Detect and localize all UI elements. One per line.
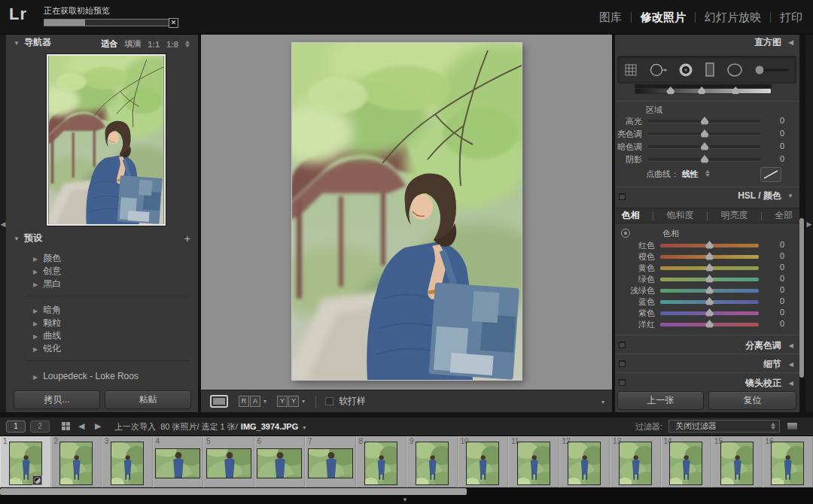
loupe-view-icon[interactable] [210,395,228,408]
frame-thumbnail[interactable] [257,449,301,478]
frame-thumbnail[interactable] [207,449,251,478]
preset-group-curve[interactable]: ▶曲线 [33,329,61,342]
slider-knob[interactable] [705,320,714,328]
radial-filter-tool-icon[interactable] [726,62,744,78]
frame-thumbnail[interactable] [309,449,352,478]
detail-collapsed-icon[interactable]: ◀ [789,361,793,368]
filter-switch-icon[interactable] [787,422,798,430]
shadows-slider[interactable] [648,158,761,161]
frame-thumbnail[interactable] [467,442,498,484]
module-develop[interactable]: 修改照片 [641,11,686,25]
preset-expand-icon[interactable]: ▶ [33,281,38,288]
preset-group-sharpen[interactable]: ▶锐化 [33,342,61,355]
progress-close-icon[interactable]: ✕ [169,18,178,28]
hsl-header[interactable]: HSL / 颜色 ▼ [615,190,799,206]
module-print[interactable]: 打印 [780,11,802,25]
second-monitor-button[interactable]: 2 [30,421,50,433]
filmstrip-scrollbar-thumb[interactable] [0,488,467,495]
navigator-expand-icon[interactable]: ▼ [14,40,20,47]
split-view-dropdown-icon[interactable]: ▾ [302,398,305,405]
filmstrip-frame-11[interactable]: 11 [508,436,559,487]
filmstrip-frame-16[interactable]: 16 [763,436,813,487]
filmstrip-frame-6[interactable]: 6 [254,436,306,487]
split-toning-collapsed-icon[interactable]: ◀ [789,342,793,349]
filmstrip-frame-4[interactable]: 4 [153,436,204,487]
preset-group-vignette[interactable]: ▶暗角 [33,304,61,317]
lens-corrections-panel[interactable]: 镜头校正 ◀ [615,374,799,391]
frame-thumbnail[interactable] [568,442,600,484]
preset-expand-icon[interactable]: ▶ [33,374,38,381]
slider-knob[interactable] [705,241,714,249]
filter-dropdown[interactable]: 关闭过滤器 [668,420,780,433]
edit-point-curve-button[interactable] [760,167,781,182]
hsl-expand-icon[interactable]: ▼ [787,193,793,199]
lights-slider[interactable] [648,132,761,135]
split-view-toggle[interactable]: Y Y ▾ [277,396,305,407]
graduated-filter-tool-icon[interactable] [703,61,717,79]
after-view-icon[interactable]: A [250,396,260,407]
filmstrip-frame-8[interactable]: 8 [356,436,407,487]
presets-add-icon[interactable]: + [184,232,190,244]
slider-knob[interactable] [705,252,714,260]
filmstrip-frame-3[interactable]: 3 [102,436,153,487]
preset-expand-icon[interactable]: ▶ [33,269,38,275]
frame-thumbnail[interactable] [111,442,143,484]
filmstrip-frame-15[interactable]: 15 [711,436,763,487]
darks-slider[interactable] [648,145,761,148]
frame-thumbnail[interactable] [518,442,550,484]
frame-thumbnail[interactable] [620,442,651,484]
right-panel-collapse-icon[interactable]: ▶ [805,220,813,228]
tone-curve-split-slider[interactable] [635,88,772,94]
filmstrip-frame-13[interactable]: 13 [610,436,661,487]
filmstrip-collapse-icon[interactable]: ▼ [402,496,408,503]
slider-knob[interactable] [705,275,714,283]
filmstrip-frame-9[interactable]: 9 [406,436,458,487]
frame-thumbnail[interactable] [365,442,397,484]
previous-photo-icon[interactable]: ◀ [78,421,84,431]
split-knob-mid[interactable] [698,87,706,94]
presets-header[interactable]: ▼预设 [6,232,198,250]
preset-group-loupedeck[interactable]: ▶Loupedeck - Loke Roos [33,371,139,381]
filmstrip-frame-7[interactable]: 7 [305,436,356,487]
split-knob-highlights[interactable] [732,87,740,94]
frame-thumbnail[interactable] [670,442,702,484]
frame-thumbnail[interactable] [721,442,753,484]
frame-thumbnail[interactable] [60,442,92,484]
preset-expand-icon[interactable]: ▶ [33,346,38,353]
filmstrip-status[interactable]: 上一次导入 80 张照片/ 选定 1 张/IMG_3974.JPG▾ [114,421,306,433]
paste-button[interactable]: 粘贴 [105,390,191,409]
slider-knob[interactable] [705,297,714,305]
highlights-slider[interactable] [648,120,761,123]
previous-button[interactable]: 上一张 [617,391,704,410]
slider-knob[interactable] [701,155,709,163]
slider-knob[interactable] [705,263,714,272]
hue-blue-slider[interactable] [660,300,759,304]
status-dropdown-icon[interactable]: ▾ [303,424,306,431]
filmstrip-frame-1[interactable]: 1 [0,436,51,487]
soft-proof-checkbox[interactable] [325,397,333,405]
tab-luminance[interactable]: 明亮度 [720,209,748,222]
before-view-icon[interactable]: R [239,396,249,407]
toolbar-options-icon[interactable]: ▾ [601,399,604,405]
preset-expand-icon[interactable]: ▶ [33,333,38,340]
preset-group-color[interactable]: ▶颜色 [33,252,61,265]
slider-knob[interactable] [705,286,714,294]
adjustment-badge-icon[interactable] [32,475,42,485]
preset-group-creative[interactable]: ▶创意 [33,265,61,278]
hue-yellow-slider[interactable] [660,266,759,270]
detail-toggle[interactable] [619,360,626,367]
hue-magenta-slider[interactable] [660,323,759,326]
hsl-panel-toggle[interactable] [619,193,626,200]
histogram-collapsed-icon[interactable]: ◀ [789,39,793,46]
module-library[interactable]: 图库 [599,11,622,25]
hue-aqua-slider[interactable] [660,289,759,293]
module-slideshow[interactable]: 幻灯片放映 [705,11,761,25]
frame-thumbnail[interactable] [772,442,803,484]
histogram-header[interactable]: 直方图 ◀ [615,36,799,53]
left-panel-collapse-icon[interactable]: ◀ [0,220,6,228]
main-photo[interactable] [292,43,522,380]
preset-expand-icon[interactable]: ▶ [33,256,38,263]
split-toning-panel[interactable]: 分离色调 ◀ [615,336,799,354]
split-left-icon[interactable]: Y [277,396,288,407]
hue-purple-slider[interactable] [660,311,759,315]
